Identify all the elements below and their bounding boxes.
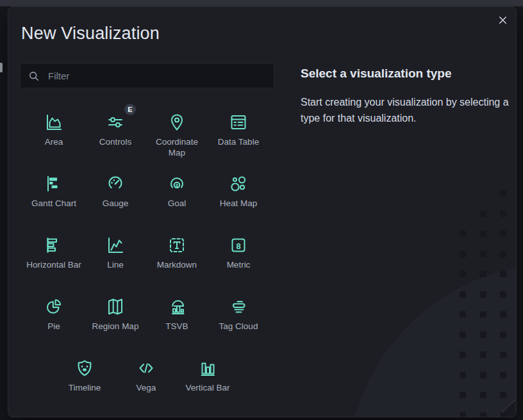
selection-panel-heading: Select a visualization type	[301, 65, 512, 82]
vis-type-goal[interactable]: 8Goal	[146, 159, 208, 221]
vis-type-label: Coordinate Map	[146, 137, 208, 159]
vis-type-gauge[interactable]: Gauge	[85, 159, 146, 221]
vis-type-tsvb[interactable]: TSVB	[146, 282, 208, 344]
vis-type-label: Goal	[168, 198, 187, 209]
table-icon	[228, 112, 249, 133]
vis-type-heat-map[interactable]: Heat Map	[208, 159, 269, 221]
vis-type-label: Vega	[137, 383, 156, 394]
vis-type-controls[interactable]: EControls	[85, 98, 146, 159]
folded-map-icon	[105, 296, 126, 317]
vis-type-label: Heat Map	[220, 198, 258, 209]
vertical-bars-icon	[197, 358, 218, 378]
vis-type-label: Pie	[47, 321, 60, 332]
underlying-page-header	[0, 0, 523, 6]
vis-type-label: Line	[107, 260, 124, 271]
sliders-icon	[105, 112, 126, 133]
metric-icon: 8	[228, 235, 249, 255]
vis-type-pie[interactable]: Pie	[23, 282, 85, 344]
gantt-bars-icon	[44, 174, 64, 194]
vis-type-label: Data Table	[218, 137, 259, 148]
vis-type-horizontal-bar[interactable]: Horizontal Bar	[23, 221, 85, 282]
vis-type-label: Timeline	[69, 383, 101, 394]
code-icon	[136, 358, 156, 378]
vis-type-line[interactable]: Line	[85, 221, 146, 282]
vis-type-vega[interactable]: Vega	[115, 344, 177, 405]
markdown-icon	[167, 235, 187, 255]
underlying-page-element	[0, 63, 3, 72]
vis-type-timeline[interactable]: Timeline	[54, 344, 115, 405]
vis-type-label: Vertical Bar	[185, 383, 229, 394]
svg-text:8: 8	[236, 241, 240, 251]
vis-type-region-map[interactable]: Region Map	[85, 282, 146, 344]
search-icon	[28, 70, 40, 82]
vis-type-area[interactable]: Area	[23, 98, 85, 159]
vis-type-grid: AreaEControlsCoordinate MapData TableGan…	[23, 98, 269, 405]
area-chart-icon	[44, 112, 64, 133]
dialog-title: New Visualization	[21, 21, 160, 45]
vis-type-data-table[interactable]: Data Table	[208, 98, 269, 159]
tsvb-icon	[167, 296, 187, 317]
selection-panel-description: Start creating your visualization by sel…	[301, 94, 512, 126]
vis-type-markdown[interactable]: Markdown	[146, 221, 208, 282]
vis-type-label: TSVB	[165, 321, 188, 332]
vis-type-label: Region Map	[92, 321, 139, 332]
experimental-badge: E	[124, 104, 136, 115]
vis-type-label: Metric	[227, 260, 251, 271]
svg-text:8: 8	[176, 182, 179, 188]
tag-cloud-icon	[228, 296, 249, 317]
vis-type-gantt-chart[interactable]: Gantt Chart	[23, 159, 85, 221]
horizontal-bars-icon	[44, 235, 64, 255]
vis-type-label: Markdown	[157, 260, 197, 271]
vis-type-tag-cloud[interactable]: Tag Cloud	[208, 282, 269, 344]
map-pin-icon	[167, 112, 187, 133]
filter-search-box[interactable]	[20, 63, 274, 88]
timelion-bear-icon	[74, 358, 95, 378]
vis-type-label: Gauge	[103, 198, 129, 209]
vis-type-label: Horizontal Bar	[26, 260, 81, 271]
vis-type-label: Tag Cloud	[219, 321, 258, 332]
vis-type-label: Area	[45, 137, 63, 148]
gauge-icon	[105, 174, 126, 194]
heatmap-circles-icon	[228, 174, 249, 194]
selection-panel: Select a visualization type Start creati…	[301, 65, 512, 126]
vis-type-coordinate-map[interactable]: Coordinate Map	[146, 98, 208, 159]
filter-input[interactable]	[47, 70, 266, 82]
vis-type-label: Gantt Chart	[31, 198, 76, 209]
vis-type-metric[interactable]: 8Metric	[208, 221, 269, 282]
vis-type-vertical-bar[interactable]: Vertical Bar	[177, 344, 238, 405]
line-chart-icon	[105, 235, 126, 255]
new-visualization-dialog: New Visualization AreaEControlsCoordinat…	[8, 6, 517, 417]
close-icon[interactable]	[494, 12, 511, 28]
pie-chart-icon	[44, 296, 64, 317]
goal-gauge-icon: 8	[167, 174, 187, 194]
vis-type-label: Controls	[99, 137, 131, 148]
